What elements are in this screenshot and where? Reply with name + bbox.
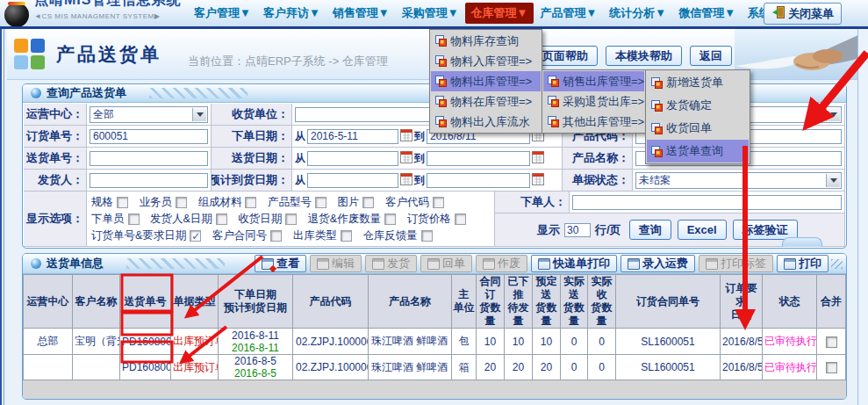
close-menu-button[interactable]: 关闭菜单	[764, 3, 842, 25]
checkbox[interactable]	[421, 230, 433, 242]
display-option[interactable]: 送货单明细备注	[241, 244, 334, 247]
display-option[interactable]: 业务员	[139, 194, 187, 211]
checkbox[interactable]	[190, 230, 201, 242]
delivery-panel-header: 送货单信息 查看 编辑 发货	[23, 254, 846, 274]
display-option[interactable]: 下单员	[91, 211, 140, 228]
menu-item[interactable]: 物料出入库流水	[431, 112, 541, 132]
menu-item[interactable]: 采购退货出库=>	[543, 91, 644, 112]
top-menu-item[interactable]: 产品管理▼	[534, 3, 603, 24]
display-option[interactable]: 退货&作废数量	[308, 211, 396, 228]
calendar-icon[interactable]	[532, 150, 544, 167]
label-print-icon	[706, 258, 718, 270]
display-option[interactable]: 出库类型	[293, 228, 352, 244]
display-option[interactable]: 规格	[91, 194, 128, 211]
shipper-input[interactable]	[90, 173, 208, 188]
toolbar-button[interactable]: 打印标签	[699, 255, 773, 272]
cell-order-date: 2016-8-11	[220, 329, 291, 342]
top-menu-item[interactable]: 客户拜访▼	[257, 3, 326, 24]
toolbar-button[interactable]: 查看	[255, 255, 306, 272]
checkbox[interactable]	[384, 213, 396, 225]
menu-item[interactable]: 物料出库管理=>	[431, 71, 541, 91]
cell-actual-sent-qty: 0	[561, 329, 588, 355]
display-option[interactable]: 图片	[337, 194, 374, 211]
menu-item[interactable]: 送货单查询	[647, 140, 749, 163]
top-menu-item[interactable]: 统计分析▼	[603, 3, 672, 24]
toolbar-button[interactable]: 回单	[420, 255, 472, 272]
display-option[interactable]: 组成材料	[197, 194, 256, 211]
operation-center-select[interactable]: 全部	[90, 106, 208, 123]
calendar-icon[interactable]	[400, 150, 412, 167]
help-button[interactable]: 本模块帮助	[606, 46, 682, 66]
toolbar-button[interactable]: 编辑	[310, 255, 362, 272]
table-row[interactable]: PD1608005 出库预订单 2016-8-5 2016-8-5 02.ZJP…	[24, 355, 846, 380]
menu-item[interactable]: 发货确定	[647, 94, 749, 117]
help-button[interactable]: 返回	[690, 46, 732, 66]
delivery-no-input[interactable]	[90, 151, 208, 166]
orderer-input[interactable]	[572, 195, 842, 210]
display-option[interactable]: 承运信息	[91, 244, 150, 247]
top-menu-item[interactable]: 微信管理▼	[672, 3, 742, 24]
toolbar-button[interactable]: 作废	[476, 255, 527, 272]
display-option[interactable]: 仓库反馈量	[362, 228, 433, 244]
checkbox[interactable]	[270, 230, 282, 242]
checkbox[interactable]	[285, 213, 297, 225]
toolbar-button[interactable]: 快递单打印	[531, 255, 617, 272]
menu-item[interactable]: 物料库存查询	[431, 31, 541, 51]
display-option-label: 出库类型	[293, 228, 337, 244]
menu-item[interactable]: 销售出库管理=>	[543, 71, 644, 91]
checkbox[interactable]	[245, 197, 256, 208]
toolbar-button[interactable]: 打印	[777, 255, 829, 272]
display-option-label: 规格	[91, 194, 113, 211]
delivery-date-to-input[interactable]	[427, 151, 530, 166]
page-size-input[interactable]	[564, 223, 591, 237]
display-option[interactable]: 客户代码	[385, 194, 444, 211]
menu-item[interactable]: 物料入库管理=>	[431, 51, 541, 71]
merge-checkbox[interactable]	[826, 336, 837, 348]
menu-item[interactable]: 收货回单	[647, 117, 749, 140]
menu-item[interactable]: 其他出库管理=>	[543, 112, 644, 132]
table-row[interactable]: 总部 宝明（背光 PD1608009 出库预订单 2016-8-11 2016-…	[24, 329, 846, 355]
top-menu-item[interactable]: 采购管理▼	[396, 3, 465, 24]
checkbox[interactable]	[362, 197, 374, 208]
display-option[interactable]: 客户合同号	[212, 228, 283, 244]
delivery-date-from-input[interactable]	[307, 151, 398, 166]
top-menu-item[interactable]: 仓库管理▼	[465, 3, 534, 24]
checkbox[interactable]	[455, 213, 466, 225]
display-option[interactable]: 产品型号	[268, 194, 326, 211]
toolbar-button[interactable]: 发货	[365, 255, 417, 272]
top-menu-item[interactable]: 客户管理▼	[188, 3, 257, 24]
calendar-icon[interactable]	[400, 128, 412, 145]
panel-collapse-tab[interactable]	[782, 237, 822, 247]
checkbox[interactable]	[216, 213, 227, 225]
checkbox[interactable]	[315, 197, 326, 208]
display-option[interactable]: 订货价格	[407, 211, 466, 228]
display-option[interactable]: 收货日期	[238, 211, 297, 228]
resize-grip[interactable]	[831, 259, 843, 269]
menu-item[interactable]: 物料在库管理=>	[431, 91, 541, 112]
order-date-from-input[interactable]	[307, 129, 398, 144]
logo-title: 点晴MIS管理信息系统	[34, 0, 181, 10]
submenu-icon	[434, 54, 448, 68]
doc-status-value: 未结案	[639, 173, 671, 188]
expect-date-from-input[interactable]	[307, 173, 398, 188]
top-menu-item[interactable]: 销售管理▼	[326, 3, 396, 24]
order-no-input[interactable]	[90, 129, 208, 144]
display-option[interactable]: 订货单号&要求日期	[91, 228, 201, 244]
merge-checkbox[interactable]	[826, 362, 837, 373]
calendar-icon[interactable]	[400, 172, 412, 189]
display-option[interactable]: 发货人&日期	[150, 211, 227, 228]
query-action-button[interactable]: Excel	[678, 220, 727, 240]
calendar-icon[interactable]	[532, 172, 544, 189]
field-label-delivery-date: 送货日期：	[212, 148, 292, 170]
checkbox[interactable]	[128, 213, 140, 225]
checkbox[interactable]	[176, 197, 187, 208]
checkbox[interactable]	[117, 197, 128, 208]
menu-item[interactable]: 新增送货单	[647, 71, 749, 94]
expect-date-to-input[interactable]	[427, 173, 530, 188]
doc-status-select[interactable]: 未结案	[635, 172, 842, 189]
cell-product-code: 02.ZJPJ.1000005	[293, 329, 369, 355]
toolbar-button[interactable]: 录入运费	[621, 255, 695, 272]
query-action-button[interactable]: 查询	[629, 220, 671, 240]
checkbox[interactable]	[433, 197, 444, 208]
checkbox[interactable]	[341, 230, 352, 242]
